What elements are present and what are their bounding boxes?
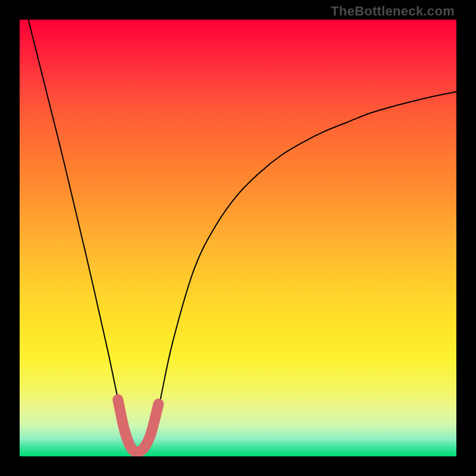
plot-area (20, 20, 456, 456)
chart-frame: TheBottleneck.com (0, 0, 476, 476)
watermark-text: TheBottleneck.com (331, 4, 455, 19)
bottleneck-highlight (118, 400, 158, 452)
curve-layer (20, 20, 456, 456)
bottleneck-curve (29, 20, 456, 453)
